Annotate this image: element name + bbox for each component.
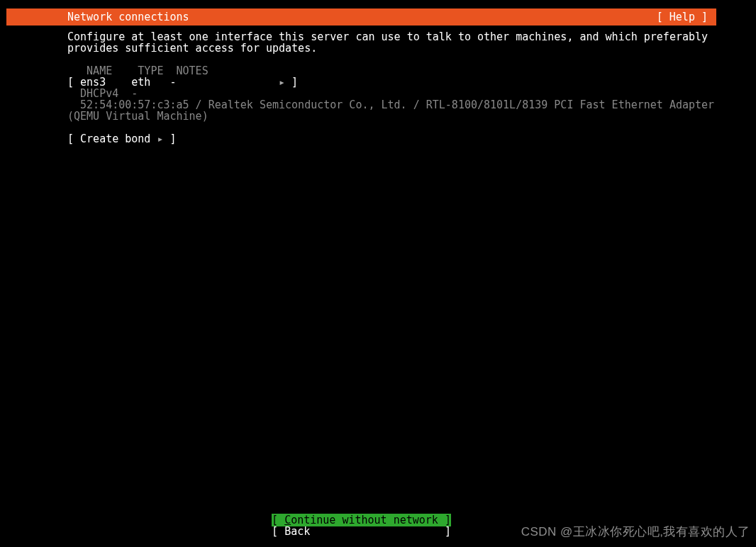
vm-info: (QEMU Virtual Machine)	[67, 110, 209, 123]
installer-window: Network connections [ Help ] Configure a…	[6, 9, 716, 541]
create-bond-button[interactable]: [ Create bond ▸ ]	[67, 132, 177, 145]
interface-notes: -	[170, 76, 177, 89]
back-label: Back	[284, 525, 310, 538]
create-bond-label: Create bond	[80, 132, 150, 145]
description-line-2: provides sufficient access for updates.	[67, 42, 317, 55]
continue-button[interactable]: [ Continue without network ]	[272, 514, 451, 526]
watermark-text: CSDN @王冰冰你死心吧,我有喜欢的人了	[521, 524, 750, 540]
page-title: Network connections	[67, 11, 189, 23]
chevron-right-icon: ▸	[279, 76, 285, 89]
header-bar: Network connections [ Help ]	[6, 9, 716, 26]
help-button[interactable]: [ Help ]	[657, 11, 708, 23]
back-button[interactable]: [ Back ]	[272, 526, 451, 537]
content-area: Configure at least one interface this se…	[6, 26, 716, 541]
